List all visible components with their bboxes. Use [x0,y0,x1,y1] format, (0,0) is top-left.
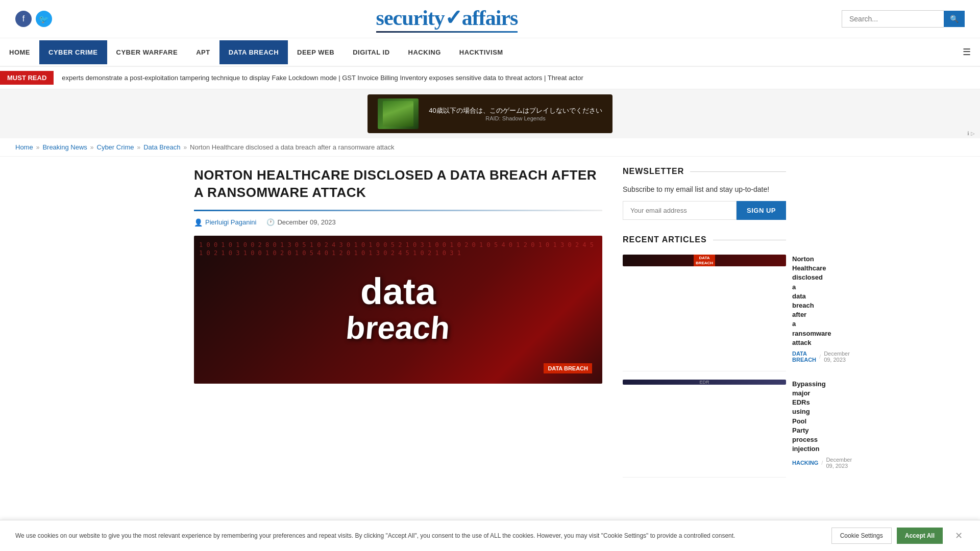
search-button[interactable]: 🔍 [944,11,965,27]
main-nav: HOME CYBER CRIME CYBER WARFARE APT DATA … [0,38,980,67]
logo-part3: affairs [462,6,518,30]
breadcrumb-sep-4: » [183,144,187,151]
ad-inner[interactable]: 40歳以下の場合は、このゲームはプレイしないでください RAID: Shadow… [368,94,612,133]
newsletter-title-line [690,171,786,172]
newsletter-section: NEWSLETTER Subscribe to my email list an… [623,167,786,220]
hero-breach-text: breach [345,310,452,346]
must-read-badge: MUST READ [0,71,54,85]
author-icon: 👤 [194,218,203,227]
logo-part1: security [376,6,445,30]
ad-info-icon[interactable]: ℹ ▷ [967,131,975,136]
nav-item-cyber-crime[interactable]: CYBER CRIME [39,40,107,64]
nav-item-hacking[interactable]: HACKING [399,40,450,64]
article-main: NORTON HEALTHCARE DISCLOSED A DATA BREAC… [194,167,602,493]
article-author-area: 👤 Pierluigi Paganini [194,218,256,227]
newsletter-desc: Subscribe to my email list and stay up-t… [623,184,786,195]
thumb-edr-text: EDR [699,380,709,385]
recent-article-thumb-2: EDR [623,380,786,385]
search-area: 🔍 [842,10,965,28]
hero-text-overlay: data breach [346,273,450,346]
ad-image-inner [383,101,413,127]
article-hero-image: 1 0 0 1 0 1 0 0 2 8 0 1 3 0 5 1 0 2 4 3 … [194,236,602,384]
logo-part2: ✓ [445,6,462,30]
article-meta: 👤 Pierluigi Paganini 🕐 December 09, 2023 [194,218,602,227]
recent-tag-2[interactable]: HACKING [792,460,818,466]
article-date: December 09, 2023 [277,218,335,226]
breadcrumb-home[interactable]: Home [15,143,33,151]
recent-articles-section: RECENT ARTICLES databreach Norton Health… [623,235,786,478]
nav-item-data-breach[interactable]: DATA BREACH [219,40,288,64]
article-author[interactable]: Pierluigi Paganini [205,218,256,226]
ad-text-area: 40歳以下の場合は、このゲームはプレイしないでください RAID: Shadow… [429,106,602,121]
article-date-area: 🕐 December 09, 2023 [266,218,335,226]
recent-date-2: December 09, 2023 [826,457,852,469]
breadcrumb-sep-2: » [90,144,94,151]
top-header: f 🐦 security✓affairs 🔍 [0,0,980,38]
recent-articles-title: RECENT ARTICLES [623,235,786,244]
newsletter-email-input[interactable] [623,201,737,220]
hero-data-text: data [346,273,450,310]
hamburger-menu-icon[interactable]: ☰ [953,38,980,66]
newsletter-form: Subscribe to my email list and stay up-t… [623,184,786,220]
ad-main-text: 40歳以下の場合は、このゲームはプレイしないでください [429,106,602,115]
breadcrumb-sep-3: » [137,144,140,151]
nav-item-deep-web[interactable]: DEEP WEB [288,40,344,64]
recent-article-item: databreach Norton Healthcare disclosed a… [623,246,786,371]
signup-button[interactable]: SIGN UP [737,201,786,220]
breadcrumb-data-breach[interactable]: Data Breach [143,143,180,151]
hero-data-badge: Data Breach [544,363,592,373]
ticker-bar: MUST READ experts demonstrate a post-exp… [0,67,980,89]
facebook-icon[interactable]: f [15,11,32,27]
thumb-badge-db: databreach [694,255,715,266]
breadcrumb-cyber-crime[interactable]: Cyber Crime [97,143,134,151]
recent-article-thumb-1: databreach [623,255,786,266]
article-meta-divider [194,210,602,211]
logo-underline [376,31,518,33]
twitter-icon[interactable]: 🐦 [36,11,52,27]
breadcrumb-sep-1: » [36,144,40,151]
search-input[interactable] [842,10,944,28]
clock-icon: 🕐 [266,218,275,226]
ad-banner: 40歳以下の場合は、このゲームはプレイしないでください RAID: Shadow… [0,89,980,138]
social-icons: f 🐦 [15,11,52,27]
site-logo[interactable]: security✓affairs [376,5,518,30]
logo-area: security✓affairs [376,5,518,33]
recent-article-item-2: EDR Bypassing major EDRs using Pool Part… [623,371,786,478]
ad-image [378,98,419,129]
main-layout: NORTON HEALTHCARE DISCLOSED A DATA BREAC… [179,157,801,503]
nav-item-digital-id[interactable]: DIGITAL ID [344,40,399,64]
ad-sub-text: RAID: Shadow Legends [429,115,602,121]
recent-date-1: December 09, 2023 [824,350,850,363]
newsletter-input-row: SIGN UP [623,201,786,220]
breadcrumb-breaking-news[interactable]: Breaking News [42,143,87,151]
nav-item-apt[interactable]: APT [187,40,219,64]
nav-item-cyber-warfare[interactable]: CYBER WARFARE [107,40,187,64]
recent-articles-title-line [713,240,786,240]
ticker-text: experts demonstrate a post-exploitation … [62,74,583,82]
nav-item-home[interactable]: HOME [0,40,39,64]
sidebar: NEWSLETTER Subscribe to my email list an… [623,167,786,493]
breadcrumb-current: Norton Healthcare disclosed a data breac… [190,143,394,151]
article-title: NORTON HEALTHCARE DISCLOSED A DATA BREAC… [194,167,602,202]
newsletter-title: NEWSLETTER [623,167,786,176]
nav-item-hacktivism[interactable]: HACKTIVISM [450,40,512,64]
recent-tag-1[interactable]: DATA BREACH [792,350,816,363]
breadcrumb: Home » Breaking News » Cyber Crime » Dat… [0,138,980,157]
